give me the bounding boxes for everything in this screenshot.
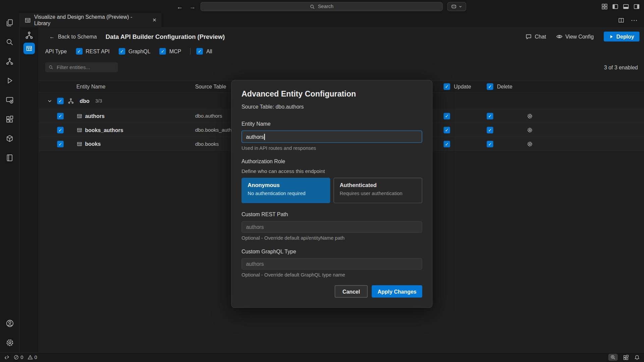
row-entity-name: authors <box>85 113 104 119</box>
deploy-button[interactable]: Deploy <box>604 32 640 41</box>
entity-name-input[interactable]: authors <box>241 130 422 143</box>
play-icon <box>609 34 613 39</box>
activity-remote-explorer-button[interactable] <box>0 90 19 110</box>
schema-view-button[interactable] <box>25 31 33 39</box>
book-icon <box>6 154 13 162</box>
entity-filter-input[interactable] <box>56 64 115 71</box>
row-delete-checkbox[interactable]: ✓ <box>487 127 493 133</box>
custom-rest-path-label: Custom REST Path <box>241 212 422 218</box>
group-checkbox[interactable]: ✓ <box>57 98 64 104</box>
chevron-down-icon[interactable] <box>47 98 53 104</box>
row-delete-checkbox[interactable]: ✓ <box>487 140 493 147</box>
row-settings-gear-icon[interactable] <box>527 141 533 147</box>
warnings-indicator[interactable]: 0 <box>28 354 37 360</box>
activity-extensions-button[interactable] <box>0 110 19 129</box>
split-editor-button[interactable] <box>618 17 624 23</box>
chat-label: Chat <box>535 34 546 40</box>
row-update-checkbox[interactable]: ✓ <box>443 140 450 147</box>
row-settings-gear-icon[interactable] <box>527 127 533 133</box>
auth-option-authenticated[interactable]: Authenticated Requires user authenticati… <box>333 178 422 203</box>
extensions-status-button[interactable] <box>623 354 629 360</box>
chat-button[interactable]: Chat <box>525 33 546 40</box>
toggle-secondary-sidebar-button[interactable] <box>633 3 640 10</box>
titlebar: ← → Search <box>0 0 644 13</box>
design-view-button[interactable] <box>23 43 35 54</box>
delete-select-all-checkbox[interactable]: ✓ <box>487 83 493 90</box>
activity-notebook-button[interactable] <box>0 148 19 168</box>
zoom-indicator[interactable] <box>608 354 618 361</box>
toggle-panel-button[interactable] <box>623 3 629 10</box>
custom-rest-path-help: Optional - Override default api/entityNa… <box>241 235 422 241</box>
copilot-button[interactable] <box>447 2 466 11</box>
editor-tab[interactable]: Visualize and Design Schema (Preview) - … <box>20 13 161 27</box>
row-update-checkbox[interactable]: ✓ <box>443 127 450 133</box>
row-update-checkbox[interactable]: ✓ <box>443 113 450 119</box>
history-back-button[interactable]: ← <box>177 3 183 10</box>
remote-indicator[interactable] <box>4 355 9 360</box>
run-debug-icon <box>6 77 13 84</box>
tab-close-icon[interactable]: ✕ <box>152 17 156 23</box>
row-source-table: dbo.authors <box>195 113 222 119</box>
view-config-label: View Config <box>566 34 594 40</box>
back-to-schema-link[interactable]: ← Back to Schema <box>49 34 97 40</box>
entity-name-help: Used in API routes and responses <box>241 145 422 151</box>
custom-graphql-type-label: Custom GraphQL Type <box>241 248 422 254</box>
more-actions-button[interactable]: ⋯ <box>631 16 638 24</box>
row-enabled-checkbox[interactable]: ✓ <box>57 113 64 119</box>
settings-button[interactable] <box>0 333 19 352</box>
advanced-entity-config-dialog: Advanced Entity Configuration Source Tab… <box>231 80 432 308</box>
update-select-all-checkbox[interactable]: ✓ <box>443 83 450 90</box>
custom-graphql-type-input[interactable] <box>241 258 422 269</box>
table-design-icon <box>26 45 33 52</box>
activity-search-button[interactable] <box>0 33 19 52</box>
graphql-checkbox[interactable]: ✓ <box>119 48 125 55</box>
errors-indicator[interactable]: 0 <box>13 354 23 360</box>
row-delete-checkbox[interactable]: ✓ <box>487 113 493 119</box>
back-label: Back to Schema <box>58 34 97 40</box>
customize-layout-button[interactable] <box>601 3 608 10</box>
remote-window-icon <box>6 96 13 104</box>
chevron-down-icon <box>459 4 463 8</box>
group-count: 3/3 <box>95 98 102 104</box>
zoom-in-icon <box>610 355 616 360</box>
entity-name-value: authors <box>246 134 264 140</box>
rest-api-checkbox[interactable]: ✓ <box>76 48 83 55</box>
row-enabled-checkbox[interactable]: ✓ <box>57 127 64 133</box>
auth-option-description: Requires user authentication <box>340 190 416 196</box>
graphql-label: GraphQL <box>128 48 150 54</box>
cube-icon <box>6 135 13 142</box>
command-center-search[interactable]: Search <box>201 2 443 11</box>
back-arrow-icon: ← <box>49 34 55 40</box>
hierarchy-icon <box>25 31 33 39</box>
activity-run-debug-button[interactable] <box>0 71 19 90</box>
cancel-button[interactable]: Cancel <box>335 285 368 298</box>
activity-schema-button[interactable] <box>0 52 19 71</box>
text-caret <box>264 134 265 140</box>
filter-option-all: ✓ All <box>197 48 212 55</box>
custom-rest-path-input[interactable] <box>241 221 422 233</box>
row-enabled-checkbox[interactable]: ✓ <box>57 140 64 147</box>
row-entity-name: books_authors <box>85 127 123 133</box>
history-forward-button[interactable]: → <box>189 3 195 10</box>
apply-changes-button[interactable]: Apply Changes <box>372 285 422 298</box>
account-button[interactable] <box>0 314 19 333</box>
table-icon <box>77 113 82 119</box>
row-settings-gear-icon[interactable] <box>527 113 533 119</box>
hierarchy-icon <box>6 57 13 65</box>
editor-tabbar: Visualize and Design Schema (Preview) - … <box>20 13 644 27</box>
toggle-primary-sidebar-button[interactable] <box>612 3 619 10</box>
all-checkbox[interactable]: ✓ <box>197 48 203 55</box>
gear-icon <box>6 339 14 347</box>
entity-name-label: Entity Name <box>241 121 422 127</box>
col-entity-name: Entity Name <box>76 83 106 89</box>
activity-explorer-button[interactable] <box>0 13 19 33</box>
auth-option-anonymous[interactable]: Anonymous No authentication required <box>241 178 330 203</box>
mcp-checkbox[interactable]: ✓ <box>159 48 166 55</box>
bell-icon <box>634 354 640 360</box>
auth-option-title: Anonymous <box>248 182 324 188</box>
notifications-button[interactable] <box>634 354 640 360</box>
activity-database-button[interactable] <box>0 129 19 148</box>
view-config-button[interactable]: View Config <box>556 33 594 40</box>
copilot-icon <box>451 4 457 9</box>
tab-icon <box>24 17 31 23</box>
